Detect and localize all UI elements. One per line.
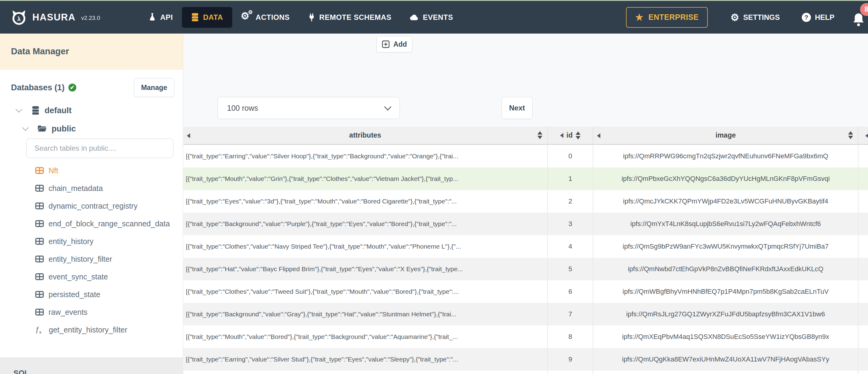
collapse-column-icon[interactable] bbox=[597, 133, 600, 138]
database-name: default bbox=[44, 106, 72, 115]
cell-attributes[interactable]: [{"trait_type":"Clothes","value":"Navy S… bbox=[183, 235, 548, 258]
cell-attributes[interactable]: [{"trait_type":"Earring","value":"Silver… bbox=[183, 348, 548, 371]
tree-node-schema[interactable]: public bbox=[11, 122, 174, 135]
function-icon: ƒx bbox=[35, 325, 44, 335]
nav-item-remote-schemas[interactable]: REMOTE SCHEMAS bbox=[299, 7, 400, 28]
cell-id[interactable]: 3 bbox=[548, 213, 593, 235]
cell-image[interactable]: ipfs://QmNwbd7ctEhGpVkP8nZvBBQfiNeFKRdxf… bbox=[593, 258, 859, 280]
table-row[interactable]: [{"trait_type":"Background","value":"Pur… bbox=[183, 213, 868, 235]
manage-button[interactable]: Manage bbox=[134, 78, 174, 97]
table-row[interactable]: [{"trait_type":"Eyes","value":"3d"},{"tr… bbox=[183, 190, 868, 213]
brand[interactable]: λ HASURA v2.23.0 bbox=[10, 9, 100, 26]
cell-attributes[interactable]: [{"trait_type":"Mouth","value":"Bored"},… bbox=[183, 325, 548, 348]
settings-button[interactable]: ⚙ SETTINGS bbox=[730, 12, 780, 22]
column-header-partial bbox=[859, 127, 868, 144]
tree-node-database[interactable]: default bbox=[11, 104, 174, 117]
cell-id[interactable]: 7 bbox=[548, 303, 593, 325]
sidebar-item-table-nft[interactable]: Nft bbox=[35, 162, 174, 179]
table-row[interactable]: [{"trait_type":"Clothes","value":"Navy S… bbox=[183, 235, 868, 258]
cell-attributes[interactable]: [{"trait_type":"Mouth","value":"Grin"},{… bbox=[183, 167, 548, 190]
column-header-attributes[interactable]: attributes bbox=[183, 127, 548, 144]
cell-id[interactable]: 2 bbox=[548, 190, 593, 213]
column-header-id[interactable]: id bbox=[548, 127, 593, 144]
add-row-button[interactable]: Add bbox=[376, 36, 412, 53]
nav-item-events[interactable]: EVENTS bbox=[400, 7, 462, 28]
cloud-icon bbox=[410, 14, 419, 21]
column-header-image[interactable]: image bbox=[593, 127, 859, 144]
nav-item-data[interactable]: DATA bbox=[182, 7, 232, 28]
sidebar-item-table-end-of-block-range-scanned-data[interactable]: end_of_block_range_scanned_data bbox=[35, 215, 174, 232]
sort-icon[interactable] bbox=[848, 131, 853, 139]
brand-name: HASURA bbox=[32, 12, 76, 23]
check-circle-icon: ✔ bbox=[68, 84, 76, 92]
nav-menu: API DATA ⚙ ⚙ ACTIONS REMOTE SCHEMAS bbox=[139, 7, 462, 28]
cell-id[interactable]: 8 bbox=[548, 325, 593, 348]
gear-icon: ⚙ bbox=[730, 12, 739, 22]
sort-icon[interactable] bbox=[537, 131, 542, 139]
cell-image[interactable]: ipfs://QmYxT4LnK8sqLupjbS6eRvu1si7Ly2wFQ… bbox=[593, 213, 859, 235]
collapse-column-icon[interactable] bbox=[187, 133, 190, 138]
help-button[interactable]: ? HELP bbox=[802, 13, 834, 22]
cell-image[interactable]: ipfs://QmRRPWG96cmgTn2qSzjwr2qvfNEuhunv6… bbox=[593, 145, 859, 167]
table-icon bbox=[35, 291, 44, 298]
cell-attributes[interactable]: [{"trait_type":"Hat","value":"Bayc Flipp… bbox=[183, 258, 548, 280]
table-row[interactable]: [{"trait_type":"Earring","value":"Silver… bbox=[183, 348, 868, 371]
chevron-down-icon[interactable] bbox=[22, 124, 29, 131]
cell-image[interactable]: ipfs://QmUQgKka8EW7exiUHnMwZ4UoXA11wV7NF… bbox=[593, 348, 859, 371]
table-icon bbox=[35, 255, 44, 263]
sidebar-item-function-get-entity-history-filter[interactable]: ƒx get_entity_history_filter bbox=[35, 321, 174, 339]
cell-attributes[interactable]: [{"trait_type":"Background","value":"Gra… bbox=[183, 303, 548, 325]
help-icon: ? bbox=[802, 13, 811, 22]
next-page-button[interactable]: Next bbox=[501, 97, 533, 119]
cell-attributes[interactable]: [{"trait_type":"Background","value":"Pur… bbox=[183, 213, 548, 235]
sidebar-title: Data Manager bbox=[0, 34, 183, 69]
sidebar-item-table-entity-history[interactable]: entity_history bbox=[35, 232, 174, 250]
sidebar-item-table-persisted-state[interactable]: persisted_state bbox=[35, 285, 174, 303]
sidebar-footer-sql[interactable]: SQL bbox=[0, 357, 183, 374]
cell-id[interactable]: 0 bbox=[548, 145, 593, 167]
cell-id[interactable]: 6 bbox=[548, 280, 593, 303]
nav-item-api[interactable]: API bbox=[139, 7, 182, 28]
tables-list: Nft chain_metadata dynamic_contract_regi… bbox=[35, 162, 174, 339]
sidebar-item-table-event-sync-state[interactable]: event_sync_state bbox=[35, 268, 174, 285]
table-row[interactable]: [{"trait_type":"Clothes","value":"Tweed … bbox=[183, 280, 868, 303]
notifications-button[interactable]: 8 bbox=[851, 7, 868, 28]
collapse-column-icon[interactable] bbox=[865, 133, 868, 138]
nav-item-actions[interactable]: ⚙ ⚙ ACTIONS bbox=[232, 7, 299, 28]
table-search bbox=[26, 138, 173, 158]
sidebar-item-table-raw-events[interactable]: raw_events bbox=[35, 303, 174, 321]
cell-image[interactable]: ipfs://QmSg9bPzW9anFYc3wWU5KnvymwkxQTpmq… bbox=[593, 235, 859, 258]
cell-image[interactable]: ipfs://QmRsJLrg27GQ1ZWyrXZFuJFdU5bapfzsy… bbox=[593, 303, 859, 325]
cell-image[interactable]: ipfs://QmcJYkCKK7QPmYWjp4FD2e3Lv5WCGFuHN… bbox=[593, 190, 859, 213]
table-row[interactable]: [{"trait_type":"Mouth","value":"Bored"},… bbox=[183, 325, 868, 348]
cell-image[interactable]: ipfs://QmXEqPbvM4aq1SQSXN8DSuEcSo5SseYW1… bbox=[593, 325, 859, 348]
table-icon bbox=[35, 238, 44, 245]
table-icon bbox=[35, 220, 44, 227]
sidebar-item-table-chain-metadata[interactable]: chain_metadata bbox=[35, 179, 174, 197]
sidebar: Data Manager Databases (1) ✔ Manage defa… bbox=[0, 34, 183, 374]
table-row[interactable]: [{"trait_type":"Background","value":"Gra… bbox=[183, 303, 868, 325]
plus-square-icon bbox=[382, 40, 390, 48]
search-input[interactable] bbox=[34, 144, 166, 153]
cell-attributes[interactable]: [{"trait_type":"Earring","value":"Silver… bbox=[183, 145, 548, 167]
cell-id[interactable]: 5 bbox=[548, 258, 593, 280]
collapse-column-icon[interactable] bbox=[560, 133, 563, 138]
sort-icon[interactable] bbox=[576, 131, 581, 139]
enterprise-button[interactable]: ★ ENTERPRISE bbox=[626, 7, 708, 28]
cell-id[interactable]: 1 bbox=[548, 167, 593, 190]
rows-per-page-select[interactable]: 100 rows bbox=[218, 97, 400, 119]
cell-attributes[interactable]: [{"trait_type":"Clothes","value":"Tweed … bbox=[183, 280, 548, 303]
table-row-highlighted[interactable]: [{"trait_type":"Mouth","value":"Grin"},{… bbox=[183, 167, 868, 190]
cell-attributes[interactable]: [{"trait_type":"Eyes","value":"3d"},{"tr… bbox=[183, 190, 548, 213]
sidebar-item-table-entity-history-filter[interactable]: entity_history_filter bbox=[35, 250, 174, 268]
cell-id[interactable]: 9 bbox=[548, 348, 593, 371]
table-icon bbox=[35, 167, 44, 174]
cell-image[interactable]: ipfs://QmWBgfBhyVmHNhBfEQ7p1P4Mpn7pm5b8K… bbox=[593, 280, 859, 303]
main-content: Add 100 rows Next attributes id bbox=[183, 34, 868, 374]
table-row[interactable]: [{"trait_type":"Hat","value":"Bayc Flipp… bbox=[183, 258, 868, 280]
cell-image[interactable]: ipfs://QmPbxeGcXhYQQNgsC6a36dDyYUcHgMLnG… bbox=[593, 167, 859, 190]
cell-id[interactable]: 4 bbox=[548, 235, 593, 258]
sidebar-item-table-dynamic-contract-registry[interactable]: dynamic_contract_registry bbox=[35, 197, 174, 215]
chevron-down-icon[interactable] bbox=[16, 106, 22, 112]
table-row[interactable]: [{"trait_type":"Earring","value":"Silver… bbox=[183, 145, 868, 167]
